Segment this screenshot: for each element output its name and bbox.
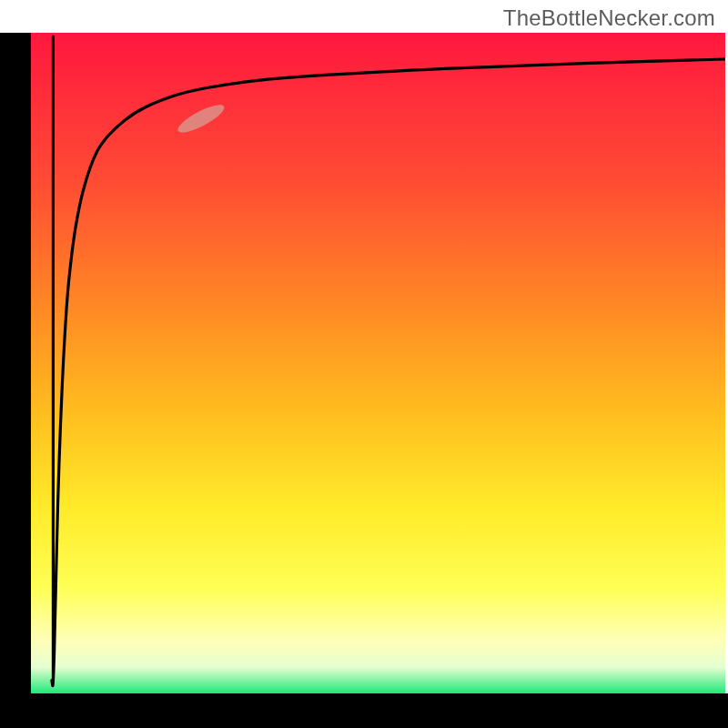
x-axis bbox=[0, 693, 728, 728]
plot-background bbox=[31, 33, 725, 693]
y-axis bbox=[0, 33, 31, 728]
chart-canvas: TheBottleNecker.com bbox=[0, 0, 728, 728]
chart-svg bbox=[0, 0, 728, 728]
watermark-text: TheBottleNecker.com bbox=[503, 5, 715, 31]
